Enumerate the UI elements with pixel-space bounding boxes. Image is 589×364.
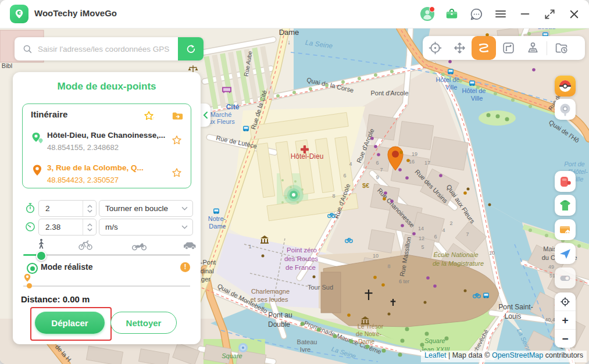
map-label: Hôtel de <box>436 76 460 83</box>
dot-poi <box>487 113 491 117</box>
map-label: 8 <box>387 263 390 269</box>
dot-poi <box>281 179 284 181</box>
pokeball-mode-icon[interactable] <box>555 76 576 97</box>
map-label: Dame <box>279 28 299 37</box>
dot-poi <box>347 313 351 317</box>
clear-button[interactable]: Nettoyer <box>110 312 177 334</box>
import-export-icon[interactable] <box>555 219 576 240</box>
dot-poi <box>505 117 509 122</box>
map-label: Ivre <box>300 346 310 353</box>
menu-icon[interactable] <box>492 6 509 22</box>
map-label: 2 <box>449 220 452 226</box>
search-bar <box>15 37 204 60</box>
realistic-mode-label: Mode réaliste <box>41 262 92 272</box>
walking-speed-icon[interactable] <box>35 237 48 251</box>
progress-track[interactable] <box>23 286 190 287</box>
map-attribution: Leaflet | Map data © OpenStreetMap contr… <box>421 351 587 362</box>
map-label: dinal <box>200 267 213 274</box>
tool-history[interactable] <box>549 36 573 60</box>
search-go-button[interactable] <box>178 37 204 60</box>
map-label: 10 <box>489 250 495 256</box>
tool-teleport-target[interactable] <box>423 36 447 60</box>
bicycle-speed-icon[interactable] <box>78 239 93 251</box>
minimize-button[interactable] <box>517 6 533 22</box>
end-point-name[interactable]: 3, Rue de la Colombe, Q... <box>47 163 166 172</box>
favorite-end-star-icon[interactable] <box>171 167 183 179</box>
tool-jump-teleport[interactable] <box>520 36 545 60</box>
dot-poi <box>433 284 437 288</box>
toolbox-icon[interactable] <box>444 6 460 22</box>
car-speed-icon[interactable] <box>183 240 197 251</box>
tool-multi-point-route[interactable] <box>496 36 520 60</box>
fountain-poi <box>238 343 248 352</box>
dot-poi <box>285 197 287 199</box>
map-label: École Nationale <box>433 251 478 258</box>
dot-poi <box>390 199 394 203</box>
speed-input[interactable] <box>44 222 80 232</box>
move-button[interactable]: Déplacer <box>35 312 105 334</box>
dot-poi <box>276 94 280 98</box>
locate-me-button[interactable] <box>555 292 576 311</box>
realistic-mode-radio[interactable] <box>27 263 38 274</box>
map-label: Hôtel-Dieu <box>291 152 324 160</box>
dot-poi <box>420 343 424 347</box>
map-label: Bibl <box>2 62 12 69</box>
dot-poi <box>425 332 429 336</box>
loop-count-input[interactable] <box>44 204 80 213</box>
account-avatar[interactable] <box>419 6 435 22</box>
feedback-chat-icon[interactable] <box>468 6 484 22</box>
bus-poi <box>243 126 249 131</box>
map-label: de France <box>285 264 316 271</box>
panel-collapse-button[interactable] <box>201 104 210 127</box>
favorite-start-star-icon[interactable] <box>171 134 183 146</box>
map-label: 12 <box>419 235 424 241</box>
leaflet-link[interactable]: Leaflet <box>424 351 447 359</box>
saved-routes-folder-icon[interactable] <box>172 110 184 122</box>
send-plane-icon[interactable] <box>555 243 576 264</box>
speed-slider-track[interactable] <box>23 254 190 256</box>
dot-poi <box>464 290 467 292</box>
app-window: Dame↓La SeineQuai de la CorsePont d'Arco… <box>0 0 589 364</box>
bus-poi <box>483 293 489 298</box>
dot-poi <box>309 87 312 91</box>
map-label: -Pont <box>201 259 216 266</box>
tool-two-point-route[interactable] <box>472 36 496 60</box>
start-point-name[interactable]: Hôtel-Dieu, Rue Chanoinesse,... <box>47 131 166 140</box>
two-point-panel: Mode de deux-points Itinéraire Hôtel-Die… <box>13 72 201 344</box>
realistic-mode-info-icon[interactable]: ! <box>180 262 190 272</box>
current-location-marker[interactable] <box>284 185 304 205</box>
dot-poi <box>298 193 300 195</box>
speed-slider-knob[interactable] <box>36 251 47 261</box>
motorcycle-speed-icon[interactable] <box>131 240 147 251</box>
loop-mode-select[interactable]: Tourner en boucle <box>99 200 193 217</box>
toggle-icon[interactable] <box>555 267 576 288</box>
zoom-out-button[interactable]: − <box>555 329 576 348</box>
map-label: des Routes <box>284 255 318 262</box>
fullscreen-button[interactable] <box>541 6 558 22</box>
dot-poi <box>281 201 284 204</box>
loop-mode-value: Tourner en boucle <box>105 204 168 213</box>
map-label: Square <box>222 352 242 359</box>
chevron-down-icon <box>181 206 188 210</box>
loop-count-stepper[interactable] <box>83 201 96 216</box>
map-label: Dame <box>209 223 226 230</box>
dot-poi <box>529 105 532 108</box>
speed-stepper[interactable] <box>83 219 96 235</box>
panel-title: Mode de deux-points <box>13 81 201 92</box>
shirt-icon[interactable] <box>555 195 576 216</box>
tool-joystick-move[interactable] <box>447 36 472 60</box>
map-label: 7 <box>466 231 469 237</box>
osm-link[interactable]: OpenStreetMap <box>492 351 543 359</box>
map-label: de Notre- <box>356 330 381 337</box>
close-button[interactable] <box>566 6 582 22</box>
map-label: 6 ter <box>399 279 409 284</box>
map-label: 6 <box>343 173 346 179</box>
dot-poi <box>260 98 263 101</box>
speed-icon <box>24 221 36 233</box>
pokestop-mode-icon[interactable] <box>555 99 576 120</box>
bag-icon[interactable] <box>555 171 576 192</box>
route-card: Itinéraire Hôtel-Dieu, Rue Chanoinesse,.… <box>22 104 191 188</box>
zoom-in-button[interactable]: + <box>555 311 576 329</box>
speed-unit-select[interactable]: m/s <box>99 219 193 235</box>
collect-star-icon[interactable] <box>143 110 155 122</box>
